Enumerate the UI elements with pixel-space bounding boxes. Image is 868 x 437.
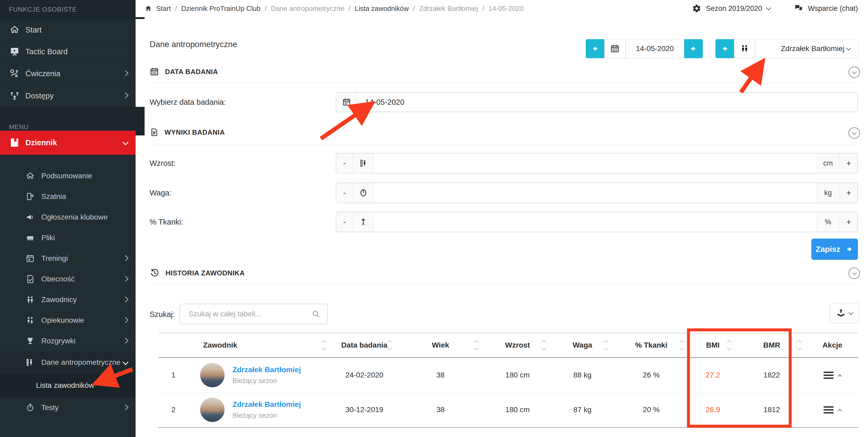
breadcrumb-item[interactable]: Dziennik ProTrainUp Club xyxy=(181,4,260,13)
search-input[interactable] xyxy=(188,309,311,318)
weight-cell: 88 kg xyxy=(551,358,614,392)
breadcrumb: Start / Dziennik ProTrainUp Club / Dane … xyxy=(145,4,524,13)
calendar-icon xyxy=(150,67,159,76)
col-wiek[interactable]: Wiek xyxy=(397,333,484,357)
sidebar-item-label: Pliki xyxy=(41,234,55,242)
sidebar-item-testy[interactable]: Testy xyxy=(0,397,135,418)
player-name-link[interactable]: Zdrzałek Bartłomiej xyxy=(232,400,301,409)
chevron-up-icon xyxy=(838,374,842,378)
sort-icons xyxy=(728,341,731,350)
breadcrumb-item[interactable]: Start xyxy=(156,4,171,13)
breadcrumb-item[interactable]: Zdrzałek Bartłomiej xyxy=(419,4,478,13)
col-bmi[interactable]: BMI xyxy=(689,333,737,357)
sort-icons xyxy=(542,341,546,350)
collapse-section-button[interactable] xyxy=(848,127,860,139)
player-select[interactable]: Zdrzałek Bartłomiej xyxy=(755,39,859,58)
chevron-right-icon xyxy=(123,403,128,411)
sidebar-item-tactic-board[interactable]: Tactic Board xyxy=(0,41,135,63)
actions-cell xyxy=(807,358,858,392)
search-field xyxy=(180,304,328,324)
calendar-icon xyxy=(25,253,35,264)
selected-player: Zdrzałek Bartłomiej xyxy=(781,44,844,53)
decrement-button[interactable]: - xyxy=(336,183,353,203)
collapse-section-button[interactable] xyxy=(848,267,860,279)
search-icon xyxy=(311,309,320,318)
chevron-right-icon xyxy=(123,295,128,303)
stopwatch-icon xyxy=(25,402,35,413)
prev-player-button[interactable] xyxy=(715,39,734,58)
sidebar-item-label: Szatnia xyxy=(41,192,66,201)
save-button[interactable]: Zapisz xyxy=(811,239,858,260)
sidebar-item-cwiczenia[interactable]: Ćwiczenia xyxy=(0,62,135,85)
sidebar-item-dostepy[interactable]: Dostępy xyxy=(0,85,135,107)
breadcrumb-separator: / xyxy=(348,4,350,13)
presentation-board-icon xyxy=(8,45,21,58)
increment-button[interactable]: + xyxy=(840,154,858,173)
row-index: 1 xyxy=(158,358,189,392)
breadcrumb-item[interactable]: Dane antropometryczne xyxy=(271,4,344,13)
decrement-button[interactable]: - xyxy=(336,154,353,173)
support-label: Wsparcie (chat) xyxy=(808,4,858,13)
bmr-cell: 1812 xyxy=(737,393,807,427)
sidebar-item-szatnia[interactable]: Szatnia xyxy=(0,186,135,207)
sidebar-item-dane-antropometryczne[interactable]: Dane antropometryczne xyxy=(0,351,135,373)
sidebar-item-label: Opiekunowie xyxy=(41,316,84,325)
section-title: HISTORIA ZAWODNIKA xyxy=(165,269,245,277)
col-wzrost[interactable]: Wzrost xyxy=(484,333,551,357)
breadcrumb-separator: / xyxy=(413,4,415,13)
players-icon xyxy=(25,294,35,305)
breadcrumb-item[interactable]: 14-05-2020 xyxy=(488,4,524,13)
support-chat[interactable]: Wsparcie (chat) xyxy=(794,4,858,13)
sidebar-item-dziennik[interactable]: Dziennik xyxy=(0,131,135,155)
sidebar-item-obecnosc[interactable]: Obecność xyxy=(0,269,135,290)
sidebar-item-opiekunowie[interactable]: Opiekunowie xyxy=(0,310,135,331)
next-date-button[interactable] xyxy=(684,39,703,58)
col-data-badania[interactable]: Data badania xyxy=(332,333,397,357)
height-ruler-icon xyxy=(353,154,374,173)
sidebar-item-label: Zawodnicy xyxy=(41,296,77,304)
sidebar-item-pliki[interactable]: Pliki xyxy=(0,228,135,248)
row-actions-button[interactable] xyxy=(824,405,841,415)
prev-date-button[interactable] xyxy=(586,39,604,58)
export-button[interactable] xyxy=(829,303,859,324)
sort-icons xyxy=(798,341,801,350)
col-tkanki[interactable]: % Tkanki xyxy=(614,333,689,357)
height-input[interactable] xyxy=(374,154,816,173)
sidebar-item-label: Tactic Board xyxy=(25,47,68,56)
date-field-value[interactable]: 14-05-2020 xyxy=(357,93,858,112)
scale-icon xyxy=(353,183,374,203)
bodyfat-input-group: - % + xyxy=(336,212,858,232)
menu-icon xyxy=(824,405,834,415)
sidebar-item-zawodnicy[interactable]: Zawodnicy xyxy=(0,290,135,310)
red-arrow-player-select xyxy=(741,70,757,92)
player-name-link[interactable]: Zdrzałek Bartłomiej xyxy=(232,365,301,374)
row-actions-button[interactable] xyxy=(824,370,841,380)
increment-button[interactable]: + xyxy=(840,212,858,232)
sidebar-item-treningi[interactable]: Treningi xyxy=(0,248,135,269)
col-zawodnik[interactable]: Zawodnik xyxy=(189,333,332,357)
sidebar-item-label: Ćwiczenia xyxy=(25,69,60,78)
bmi-cell: 27.2 xyxy=(689,358,737,392)
player-subtitle: Bieżący sezon xyxy=(232,411,301,419)
col-waga[interactable]: Waga xyxy=(551,333,614,357)
app-root: FUNKCJE OSOBISTE Start Tactic Board Ćwic… xyxy=(0,0,868,437)
breadcrumb-item[interactable]: Lista zawodników xyxy=(355,4,409,13)
date-field[interactable]: 14-05-2020 xyxy=(336,92,858,112)
collapse-section-button[interactable] xyxy=(848,66,860,78)
season-selector[interactable]: Sezon 2019/2020 xyxy=(692,4,770,13)
selected-date[interactable]: 14-05-2020 xyxy=(625,39,684,58)
sidebar-item-podsumowanie[interactable]: Podsumowanie xyxy=(0,166,135,186)
weight-input[interactable] xyxy=(374,183,816,203)
bodyfat-input[interactable] xyxy=(374,212,816,232)
sidebar-item-rozgrywki[interactable]: Rozgrywki xyxy=(0,331,135,351)
sidebar-item-start[interactable]: Start xyxy=(0,19,135,41)
sidebar-item-lista-zawodnikow[interactable]: Lista zawodników xyxy=(0,373,135,397)
increment-button[interactable]: + xyxy=(840,183,858,203)
actions-cell xyxy=(807,393,858,427)
sidebar-item-ogloszenia[interactable]: Ogłoszenia klubowe xyxy=(0,207,135,228)
col-bmr[interactable]: BMR xyxy=(737,333,807,357)
drills-tactics-icon xyxy=(8,67,21,79)
decrement-button[interactable]: - xyxy=(336,212,353,232)
breadcrumb-separator: / xyxy=(482,4,484,13)
home-icon[interactable] xyxy=(145,5,152,12)
